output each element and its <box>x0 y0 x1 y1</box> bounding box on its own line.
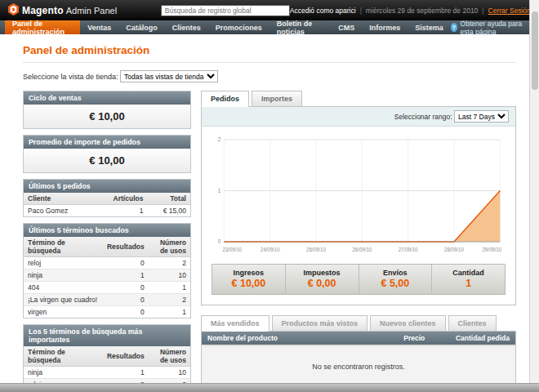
help-link-label: Obtener ayuda para esta página <box>461 20 531 36</box>
svg-text:0: 0 <box>218 238 221 244</box>
last-orders-box: Últimos 5 pedidos Cliente Artículos Tota… <box>23 179 191 217</box>
lifetime-sales-box: Ciclo de ventas € 10,00 <box>23 91 191 129</box>
svg-text:24/09/10: 24/09/10 <box>261 247 280 252</box>
nav-item[interactable]: Boletín de noticias <box>270 20 331 34</box>
header-separator: | <box>360 7 362 15</box>
total-value: € 0,00 <box>287 278 357 289</box>
help-icon: ? <box>451 23 457 32</box>
totals-bar: Ingresos € 10,00 Impuestos € 0,00 Envíos… <box>212 264 506 295</box>
svg-text:2: 2 <box>218 136 221 142</box>
svg-text:1: 1 <box>218 188 221 194</box>
lifetime-sales-title: Ciclo de ventas <box>24 91 190 105</box>
global-search-input[interactable] <box>161 5 290 16</box>
svg-text:26/09/10: 26/09/10 <box>352 247 372 252</box>
column-header: Resultados <box>103 237 149 257</box>
column-header: Nombre del producto <box>202 332 374 345</box>
column-header: Número de usos <box>149 237 190 257</box>
store-view-select[interactable]: Todas las vistas de tienda <box>120 70 218 82</box>
column-header: Precio <box>374 332 430 345</box>
nav-item[interactable]: Panel de administración <box>5 20 80 34</box>
range-label: Seleccionar rango: <box>394 113 452 121</box>
nav-item[interactable]: Clientes <box>165 20 208 34</box>
column-header: Artículos <box>109 193 148 205</box>
nav-item[interactable]: Informes <box>362 20 408 34</box>
grid-tab[interactable]: Nuevos clientes <box>370 315 446 331</box>
dashboard-content: Panel de administración Seleccione la vi… <box>0 34 539 392</box>
magento-logo-icon <box>8 3 19 17</box>
top-search-terms-box: Los 5 términos de búsqueda más important… <box>23 324 191 392</box>
diagram-tabs: Pedidos Importes <box>201 91 516 106</box>
grid-tab[interactable]: Más vendidos <box>201 315 270 332</box>
average-orders-title: Promedio de importe de pedidos <box>24 136 190 149</box>
column-header: Total <box>147 193 190 205</box>
total-cell: Envíos € 5,00 <box>359 265 433 294</box>
nav-item[interactable]: Sistema <box>408 20 451 34</box>
total-value: € 10,00 <box>214 278 283 289</box>
help-link[interactable]: ? Obtener ayuda para esta página <box>451 20 539 34</box>
table-row[interactable]: ¡La virgen que cuadro! 0 2 <box>24 294 190 306</box>
table-row[interactable]: virgen 0 1 <box>24 306 190 318</box>
total-label: Cantidad <box>434 269 503 277</box>
diagram-tab[interactable]: Pedidos <box>201 91 249 107</box>
column-header: Cantidad pedida <box>430 332 515 345</box>
diagram-tab[interactable]: Importes <box>252 91 302 106</box>
app-title: MagentoAdmin Panel <box>22 5 117 16</box>
top-header: MagentoAdmin Panel Accedió como aparici … <box>0 0 539 20</box>
logged-in-as: Accedió como aparici <box>290 7 356 15</box>
table-row[interactable]: Paco Gomez 1 € 15,00 <box>24 205 190 217</box>
main-nav: Panel de administración Ventas Catálogo … <box>0 20 539 34</box>
nav-item[interactable]: CMS <box>331 20 362 34</box>
table-row[interactable]: 404 0 1 <box>24 282 190 294</box>
average-orders-box: Promedio de importe de pedidos € 10,00 <box>23 135 191 173</box>
lifetime-sales-value: € 10,00 <box>24 105 190 128</box>
diagram-panel: Seleccionar rango: Last 7 Days 01223/09/… <box>201 106 516 305</box>
top-search-terms-title: Los 5 términos de búsqueda más important… <box>24 325 190 346</box>
last-search-terms-title: Últimos 5 términos buscados <box>24 224 190 237</box>
svg-text:25/09/10: 25/09/10 <box>306 247 326 252</box>
column-header: Resultados <box>103 346 149 367</box>
header-date: miércoles 29 de septiembre de 2010 <box>366 7 479 15</box>
svg-text:27/09/10: 27/09/10 <box>399 247 418 252</box>
svg-text:29/09/10: 29/09/10 <box>482 247 501 252</box>
logout-link[interactable]: Cerrar Sesión <box>488 7 531 15</box>
column-header: Número de usos <box>149 346 190 367</box>
total-label: Impuestos <box>287 269 357 277</box>
total-value: € 5,00 <box>361 278 430 289</box>
products-grid-panel: Nombre del producto Precio Cantidad pedi… <box>201 331 516 390</box>
total-cell: Cantidad 1 <box>432 265 505 294</box>
total-value: 1 <box>434 278 503 289</box>
table-row[interactable]: reloj 0 2 <box>24 257 190 270</box>
dashboard-sidebar: Ciclo de ventas € 10,00 Promedio de impo… <box>23 91 191 392</box>
nav-item[interactable]: Ventas <box>80 20 118 34</box>
nav-item[interactable]: Promociones <box>208 20 270 34</box>
store-view-label: Seleccione la vista de tienda: <box>23 73 118 81</box>
table-row[interactable]: ninja 1 10 <box>24 270 190 282</box>
page-title: Panel de administración <box>23 41 516 63</box>
nav-item[interactable]: Catálogo <box>118 20 165 34</box>
svg-text:28/09/10: 28/09/10 <box>444 247 464 252</box>
magento-logo: MagentoAdmin Panel <box>8 3 161 17</box>
column-header: Término de búsqueda <box>24 346 103 367</box>
total-cell: Impuestos € 0,00 <box>286 265 359 294</box>
total-cell: Ingresos € 10,00 <box>212 265 286 294</box>
header-separator: | <box>482 7 483 15</box>
svg-text:23/09/10: 23/09/10 <box>222 247 242 252</box>
bottom-bar <box>0 383 539 392</box>
average-orders-value: € 10,00 <box>24 149 190 172</box>
grid-tabs: Más vendidos Productos más vistos Nuevos… <box>201 315 516 331</box>
total-label: Ingresos <box>214 269 283 277</box>
table-row[interactable]: ninja 1 10 <box>24 367 190 379</box>
range-select[interactable]: Last 7 Days <box>454 110 509 122</box>
grid-tab[interactable]: Productos más vistos <box>272 315 368 331</box>
total-label: Envíos <box>361 269 430 277</box>
orders-chart: 01223/09/1024/09/1025/09/1026/09/1027/09… <box>212 133 506 256</box>
last-orders-title: Últimos 5 pedidos <box>24 180 190 193</box>
dashboard-main: Pedidos Importes Seleccionar rango: Last… <box>201 91 516 390</box>
column-header: Término de búsqueda <box>24 237 103 257</box>
scrollbar[interactable] <box>529 0 539 392</box>
last-search-terms-box: Últimos 5 términos buscados Término de b… <box>23 223 191 318</box>
scrollbar-thumb[interactable] <box>532 11 538 90</box>
grid-tab[interactable]: Clientes <box>448 315 497 331</box>
column-header: Cliente <box>24 193 109 205</box>
